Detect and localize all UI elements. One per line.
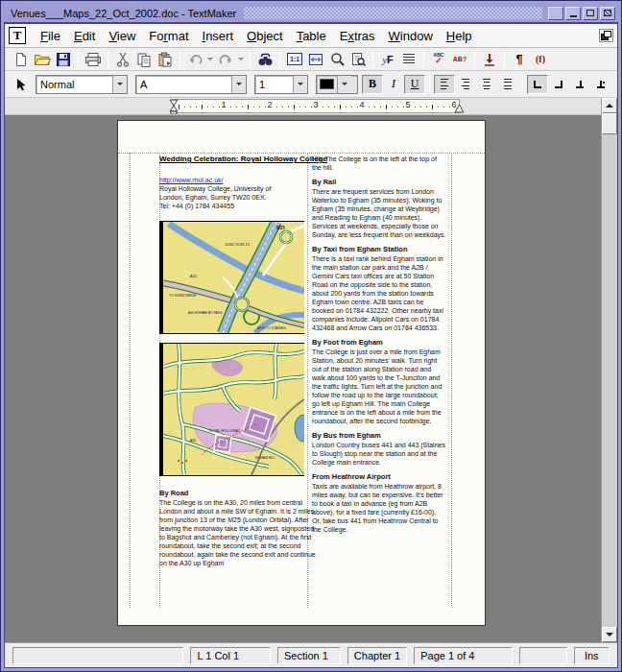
pointer-tool-button[interactable]: [11, 75, 32, 94]
indent-marker[interactable]: [169, 99, 179, 114]
document-heading: Wedding Celebration: Royal Holloway Coll…: [159, 155, 327, 163]
find-button[interactable]: [254, 50, 275, 69]
style-combobox[interactable]: Normal: [36, 75, 128, 94]
map-campus[interactable]: ROYAL HOLLOWAY EGHAM HILL A30: [159, 343, 304, 476]
svg-text:ROYAL HOLLOWAY: ROYAL HOLLOWAY: [209, 429, 241, 433]
copy-button[interactable]: [133, 50, 155, 69]
save-button[interactable]: [53, 50, 74, 69]
italic-button[interactable]: I: [383, 75, 404, 94]
section-heading-by-taxi: By Taxi from Egham Station: [312, 245, 446, 254]
fit-width-button[interactable]: [305, 50, 326, 69]
status-section: Section 1: [277, 647, 341, 664]
tab-right-button[interactable]: [548, 75, 569, 94]
chevron-down-icon: [236, 83, 242, 88]
color-dropdown-button[interactable]: [337, 76, 351, 93]
align-left-button[interactable]: [434, 75, 455, 94]
chevron-down-icon: [207, 58, 213, 63]
redo-dropdown-button[interactable]: [236, 50, 246, 69]
scrollbar-track[interactable]: [602, 134, 617, 627]
open-button[interactable]: [32, 50, 53, 69]
status-page: Page 1 of 4: [414, 647, 513, 664]
scissors-icon: [116, 52, 130, 67]
align-justify-button[interactable]: [497, 75, 518, 94]
font-color-picker[interactable]: [316, 75, 358, 94]
rhul-link[interactable]: http://www.rhul.ac.uk/: [159, 177, 224, 183]
svg-text:TO RUNNYMEDE: TO RUNNYMEDE: [169, 294, 197, 298]
scroll-down-button[interactable]: [602, 627, 617, 642]
close-button[interactable]: [600, 7, 615, 20]
right-indent-marker[interactable]: [454, 102, 466, 114]
section-text-by-rail: There are frequent services from London …: [312, 187, 446, 239]
menu-item-file[interactable]: File: [34, 27, 67, 45]
spellcheck-icon: ABC✓: [434, 53, 444, 65]
zoom-100-button[interactable]: 1:1: [284, 50, 305, 69]
undo-button[interactable]: [184, 50, 205, 69]
align-center-icon: [483, 79, 490, 89]
section-heading-heathrow: From Heathrow Airport: [312, 472, 446, 482]
menu-item-view[interactable]: View: [102, 27, 142, 45]
restore-document-icon[interactable]: [599, 29, 613, 42]
menu-item-insert[interactable]: Insert: [196, 27, 241, 45]
undo-dropdown-button[interactable]: [205, 50, 215, 69]
tab-center-button[interactable]: [569, 75, 590, 94]
scrollbar-thumb[interactable]: [602, 113, 617, 134]
continued-text: Hill. The College is on the left at the …: [312, 155, 446, 172]
toolbar-separator: [78, 51, 79, 68]
open-folder-icon: [34, 52, 51, 67]
document-area[interactable]: Wedding Celebration: Royal Holloway Coll…: [5, 115, 601, 642]
status-insert-mode[interactable]: Ins: [574, 647, 610, 664]
paragraph-settings-button[interactable]: [398, 50, 419, 69]
translate-button[interactable]: AB?: [449, 50, 470, 69]
menu-item-window[interactable]: Window: [382, 27, 440, 45]
new-document-button[interactable]: [11, 50, 32, 69]
status-bar: L 1 Col 1 Section 1 Chapter 1 Page 1 of …: [5, 642, 617, 667]
map-junction-13[interactable]: M25 JUNCTION 13 A30 TO RUNNYMEDE A30 EGH…: [159, 221, 304, 334]
titlebar-pattern: [244, 7, 542, 19]
zoom-button[interactable]: [326, 50, 347, 69]
size-dropdown-button[interactable]: [293, 76, 307, 93]
style-dropdown-button[interactable]: [112, 76, 127, 93]
font-size-combobox[interactable]: 1: [254, 75, 308, 94]
align-right-button[interactable]: [455, 75, 476, 94]
cut-button[interactable]: [112, 50, 133, 69]
underline-button[interactable]: U: [404, 75, 425, 94]
title-bar[interactable]: Venues___Maps_22_Oct_2002.doc - TextMake…: [4, 4, 618, 23]
menu-item-format[interactable]: Format: [142, 27, 195, 45]
minimize-button[interactable]: [565, 7, 581, 20]
bold-button[interactable]: B: [362, 75, 383, 94]
font-combobox[interactable]: A: [135, 75, 247, 94]
redo-button[interactable]: [215, 50, 236, 69]
formula-button[interactable]: (f): [530, 50, 551, 69]
print-preview-button[interactable]: [347, 50, 369, 69]
menu-item-edit[interactable]: Edit: [67, 27, 102, 45]
menu-item-table[interactable]: Table: [290, 27, 333, 45]
section-text-by-bus: London Country buses 441 and 443 (Staine…: [312, 441, 446, 467]
section-heading-by-rail: By Rail: [312, 178, 446, 187]
svg-text:A30: A30: [190, 439, 196, 443]
vertical-scrollbar[interactable]: [601, 98, 617, 642]
spellcheck-button[interactable]: ABC✓: [428, 50, 449, 69]
menu-item-object[interactable]: Object: [240, 27, 290, 45]
align-left-icon: [441, 79, 448, 89]
toolbar-separator: [279, 51, 280, 68]
align-center-button[interactable]: [476, 75, 497, 94]
document-page[interactable]: Wedding Celebration: Royal Holloway Coll…: [117, 120, 486, 626]
font-dropdown-button[interactable]: [231, 76, 246, 93]
maximize-button[interactable]: [583, 7, 598, 20]
menu-item-help[interactable]: Help: [440, 27, 479, 45]
paste-button[interactable]: [155, 50, 176, 69]
insert-field-button[interactable]: yF: [377, 50, 398, 69]
insert-text-button[interactable]: [479, 50, 500, 69]
toolbar-separator: [179, 51, 180, 68]
document-icon[interactable]: T: [9, 27, 26, 44]
toolbar-separator: [474, 51, 475, 68]
chevron-down-icon: [238, 58, 244, 63]
chevron-down-icon: [342, 83, 347, 88]
shade-button[interactable]: [548, 7, 563, 20]
tab-decimal-button[interactable]: [590, 75, 611, 94]
scroll-up-button[interactable]: [602, 98, 617, 113]
menu-item-extras[interactable]: Extras: [333, 27, 382, 45]
formatting-marks-button[interactable]: ¶: [509, 50, 530, 69]
print-button[interactable]: [83, 50, 104, 69]
tab-left-button[interactable]: [527, 75, 548, 94]
